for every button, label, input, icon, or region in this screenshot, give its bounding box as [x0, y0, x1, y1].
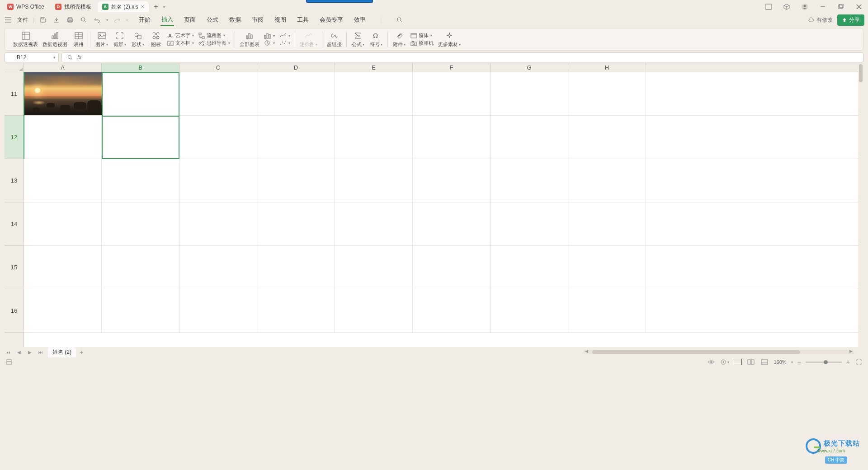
column-chart-button[interactable]: ▾ [264, 33, 275, 39]
file-menu[interactable]: 文件 [17, 16, 28, 24]
tab-insert[interactable]: 插入 [160, 14, 174, 26]
column-header[interactable]: E [335, 63, 413, 72]
redo-dropdown-icon[interactable]: ▾ [126, 18, 128, 22]
page-layout-view-button[interactable] [746, 357, 755, 367]
column-header[interactable]: D [257, 63, 335, 72]
row-header[interactable]: 13 [5, 159, 24, 202]
hamburger-icon[interactable] [4, 15, 13, 24]
tab-data[interactable]: 数据 [228, 14, 242, 26]
textbox-button[interactable]: A文本框▾ [167, 40, 194, 47]
shapes-button[interactable]: 形状▾ [131, 31, 145, 48]
last-sheet-button[interactable]: ⏭ [37, 348, 44, 356]
zoom-in-button[interactable]: + [846, 358, 850, 366]
zoom-out-button[interactable]: − [797, 358, 801, 366]
more-resources-button[interactable]: 更多素材▾ [438, 31, 461, 48]
clock-chart-button[interactable]: ▾ [264, 40, 275, 46]
zoom-slider-handle[interactable] [824, 360, 828, 364]
search-icon[interactable] [395, 15, 404, 24]
row-header[interactable]: 14 [5, 202, 24, 246]
page-break-view-button[interactable] [760, 357, 769, 367]
horizontal-scrollbar[interactable]: ◀ ▶ [583, 350, 854, 354]
name-box[interactable]: B12 ▾ [5, 52, 59, 62]
tab-list-dropdown-icon[interactable]: ▾ [163, 5, 165, 9]
screenshot-button[interactable]: 截屏▾ [113, 31, 127, 48]
maximize-button[interactable] [835, 0, 847, 13]
column-header[interactable]: H [568, 63, 646, 72]
zoom-slider[interactable] [806, 362, 842, 363]
tab-efficiency[interactable]: 效率 [353, 14, 367, 26]
normal-view-button[interactable] [734, 359, 742, 365]
mindmap-button[interactable]: 思维导图▾ [198, 40, 230, 47]
column-header[interactable]: C [179, 63, 257, 72]
scrollbar-thumb[interactable] [859, 64, 863, 82]
sheet-tab[interactable]: 姓名 (2) [48, 347, 76, 357]
row-header[interactable]: 11 [5, 72, 24, 116]
tab-view[interactable]: 视图 [274, 14, 287, 26]
equation-button[interactable]: x 公式▾ [351, 31, 365, 48]
focus-icon[interactable]: ▾ [720, 357, 729, 367]
tab-current-file[interactable]: S 姓名 (2).xls × [98, 1, 149, 12]
save-icon[interactable] [38, 15, 47, 24]
status-mode-icon[interactable] [5, 357, 14, 367]
tab-page[interactable]: 页面 [183, 14, 197, 26]
vertical-scrollbar[interactable] [858, 63, 863, 347]
tab-member[interactable]: 会员专享 [319, 14, 344, 26]
share-button[interactable]: 分享 [837, 14, 864, 26]
picture-button[interactable]: 图片▾ [95, 31, 108, 48]
pivot-table-button[interactable]: 数据透视表 [13, 31, 38, 48]
embedded-picture[interactable] [24, 72, 102, 115]
column-header[interactable]: F [413, 63, 491, 72]
next-sheet-button[interactable]: ▶ [26, 348, 33, 356]
package-icon[interactable] [780, 0, 793, 13]
tab-review[interactable]: 审阅 [251, 14, 264, 26]
attachment-button[interactable]: 附件▾ [392, 31, 406, 48]
tab-start[interactable]: 开始 [138, 14, 151, 26]
line-chart-button[interactable]: ▾ [279, 33, 290, 39]
undo-dropdown-icon[interactable]: ▾ [106, 18, 108, 22]
add-sheet-button[interactable]: + [80, 348, 83, 356]
eye-icon[interactable] [707, 357, 716, 367]
wordart-button[interactable]: A艺术字▾ [167, 32, 194, 39]
row-header[interactable]: 15 [5, 246, 24, 289]
pivot-chart-button[interactable]: 数据透视图 [42, 31, 67, 48]
user-avatar-icon[interactable] [798, 0, 811, 13]
icons-button[interactable]: 图标 [149, 31, 163, 48]
column-header[interactable]: B [102, 63, 179, 72]
row-header[interactable]: 12 [5, 116, 24, 159]
tab-templates[interactable]: D 找稻壳模板 [51, 1, 96, 12]
close-window-button[interactable] [853, 0, 865, 13]
flowchart-button[interactable]: 流程图▾ [198, 32, 230, 39]
add-tab-button[interactable]: + [151, 1, 161, 12]
cloud-status[interactable]: 有修改 [807, 16, 833, 24]
prev-sheet-button[interactable]: ◀ [15, 348, 23, 356]
zoom-percentage[interactable]: 160% [774, 359, 786, 365]
tab-formula[interactable]: 公式 [206, 14, 219, 26]
camera-button[interactable]: 照相机 [410, 40, 434, 47]
undo-icon[interactable] [93, 15, 102, 24]
hyperlink-button[interactable]: 超链接 [327, 31, 342, 48]
export-icon[interactable] [52, 15, 61, 24]
tab-tools[interactable]: 工具 [296, 14, 310, 26]
print-preview-icon[interactable] [79, 15, 88, 24]
formula-input[interactable] [84, 54, 859, 61]
fullscreen-icon[interactable] [854, 357, 863, 367]
all-charts-button[interactable]: 全部图表 [240, 31, 259, 48]
object-button[interactable]: 窗体▾ [410, 32, 434, 39]
name-box-dropdown-icon[interactable]: ▾ [53, 55, 56, 60]
close-tab-icon[interactable]: × [141, 4, 144, 10]
app-menu-icon[interactable] [762, 0, 775, 13]
table-button[interactable]: 表格 [72, 31, 85, 48]
column-header[interactable]: G [491, 63, 568, 72]
expand-formula-icon[interactable] [66, 53, 75, 62]
symbol-button[interactable]: Ω 符号▾ [369, 31, 383, 48]
column-header[interactable]: A [24, 63, 102, 72]
redo-icon[interactable] [113, 15, 122, 24]
select-all-corner[interactable] [5, 63, 24, 72]
tab-wps-office[interactable]: W WPS Office [3, 1, 49, 12]
row-header[interactable]: 16 [5, 289, 24, 333]
cells-grid[interactable] [24, 72, 858, 347]
first-sheet-button[interactable]: ⏮ [5, 348, 12, 356]
scatter-chart-button[interactable]: ▾ [279, 40, 290, 46]
print-icon[interactable] [66, 15, 75, 24]
scrollbar-thumb[interactable] [592, 350, 800, 354]
